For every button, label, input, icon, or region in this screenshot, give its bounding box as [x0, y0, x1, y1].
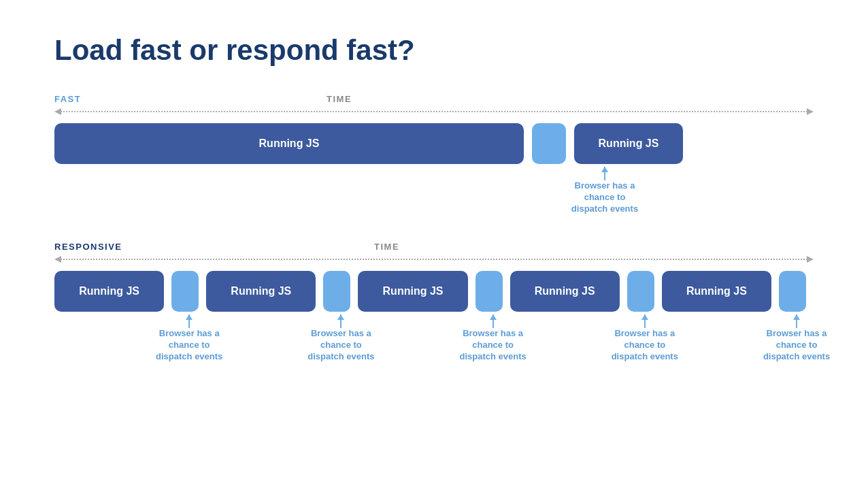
responsive-time-label: TIME	[374, 242, 399, 252]
fast-blocks-row: Running JS Running JS	[54, 123, 814, 164]
resp-js-5: Running JS	[662, 271, 771, 312]
resp-ann-arrow-2	[340, 314, 341, 328]
fast-timeline	[54, 108, 814, 115]
resp-gap-2	[323, 271, 350, 312]
fast-gap-block	[532, 123, 566, 164]
resp-ann-arrow-3	[493, 314, 494, 328]
fast-js-block-1: Running JS	[54, 123, 524, 164]
resp-gap-5	[779, 271, 806, 312]
fast-label: FAST	[54, 94, 129, 104]
resp-annotation-2: Browser has a chance to dispatch events	[324, 314, 358, 363]
fast-js-block-2: Running JS	[574, 123, 683, 164]
resp-annotations: Browser has a chance to dispatch events …	[54, 314, 814, 363]
resp-js-2: Running JS	[206, 271, 316, 312]
responsive-timeline	[54, 256, 814, 263]
fast-annotation-wrap: Browser has a chance to dispatch events	[54, 167, 814, 221]
responsive-labels-row: RESPONSIVE TIME	[54, 242, 814, 252]
resp-js-1-label: Running JS	[79, 285, 139, 297]
fast-section: FAST TIME Running JS Running JS	[54, 94, 814, 221]
resp-js-3: Running JS	[358, 271, 467, 312]
resp-annotation-4: Browser has a chance to dispatch events	[628, 314, 662, 363]
responsive-label: RESPONSIVE	[54, 242, 129, 252]
resp-js-5-label: Running JS	[686, 285, 747, 297]
resp-ann-arrow-5	[796, 314, 797, 328]
fast-arrow-line	[61, 111, 807, 112]
resp-js-4: Running JS	[510, 271, 620, 312]
fast-annotation-arrow	[604, 167, 605, 180]
resp-arrow-right	[807, 256, 814, 263]
page-title: Load fast or respond fast?	[54, 34, 814, 67]
responsive-blocks-row: Running JS Running JS Running JS Running…	[54, 271, 814, 312]
resp-ann-arrow-1	[188, 314, 190, 328]
slide: Load fast or respond fast? FAST TIME Run…	[0, 0, 868, 488]
resp-js-1: Running JS	[54, 271, 164, 312]
resp-js-2-label: Running JS	[231, 285, 291, 297]
resp-ann-text-5: Browser has a chance to dispatch events	[752, 328, 841, 363]
resp-arrow-line	[61, 259, 807, 260]
fast-time-label: TIME	[327, 94, 352, 104]
fast-arrow-right	[807, 108, 814, 115]
resp-annotation-5: Browser has a chance to dispatch events	[780, 314, 814, 363]
resp-gap-4	[627, 271, 654, 312]
fast-labels-row: FAST TIME	[54, 94, 814, 104]
resp-annotation-1: Browser has a chance to dispatch events	[172, 314, 206, 363]
resp-js-4-label: Running JS	[535, 285, 595, 297]
resp-js-3-label: Running JS	[383, 285, 444, 297]
fast-annotation: Browser has a chance to dispatch events	[561, 167, 649, 215]
responsive-section: RESPONSIVE TIME Running JS Running JS Ru…	[54, 242, 814, 363]
fast-annotation-text: Browser has a chance to dispatch events	[561, 180, 649, 215]
resp-annotation-3: Browser has a chance to dispatch events	[476, 314, 510, 363]
resp-gap-1	[171, 271, 199, 312]
resp-gap-3	[475, 271, 503, 312]
resp-ann-arrow-4	[644, 314, 646, 328]
